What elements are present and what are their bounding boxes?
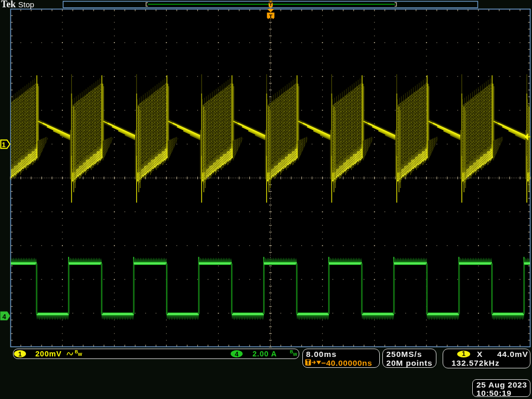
svg-text:T: T bbox=[269, 14, 273, 20]
svg-text:4: 4 bbox=[2, 313, 6, 321]
svg-text:1: 1 bbox=[2, 141, 5, 149]
svg-text:T: T bbox=[269, 2, 272, 7]
